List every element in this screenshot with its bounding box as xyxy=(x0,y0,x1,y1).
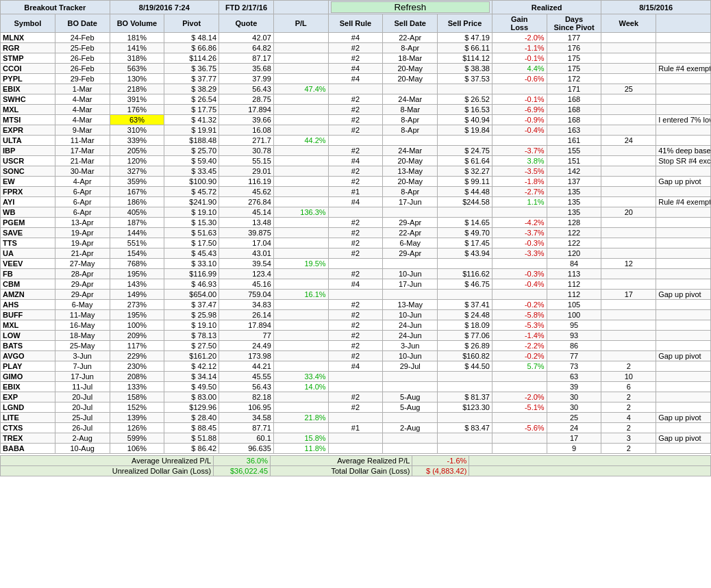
cell-sell-price: $ 83.47 xyxy=(438,423,492,433)
cell-bo-volume: 208% xyxy=(110,372,164,382)
cell-note: Gap up pivot xyxy=(656,433,711,444)
date2: 8/15/2016 xyxy=(601,1,711,14)
cell-days: 63 xyxy=(547,372,601,382)
table-row: IBP17-Mar205%$ 25.7030.78#224-Mar$ 24.75… xyxy=(1,146,711,156)
cell-sell-rule: #2 xyxy=(328,53,383,64)
summary-table: Average Unrealized P/L 36.0% Average Rea… xyxy=(0,455,711,476)
cell-pl xyxy=(273,197,328,207)
cell-quote: 34.83 xyxy=(219,300,274,310)
cell-bo-date: 4-Mar xyxy=(55,94,110,105)
cell-note: Rule #4 exempted until closed below 10-w… xyxy=(656,197,711,207)
table-row: BATS25-May117%$ 27.5024.49#23-Jun$ 26.89… xyxy=(1,341,711,351)
cell-note: 41% deep base xyxy=(656,146,711,156)
cell-symbol: MXL xyxy=(1,105,55,115)
cell-days: 100 xyxy=(547,310,601,320)
cell-quote: 87.71 xyxy=(219,423,274,433)
cell-pl xyxy=(273,74,328,84)
cell-pivot: $ 48.14 xyxy=(164,33,219,43)
cell-pivot: $ 26.54 xyxy=(164,94,219,105)
cell-sell-rule: #2 xyxy=(328,125,383,136)
cell-pl xyxy=(273,228,328,238)
cell-sell-rule xyxy=(328,136,383,146)
cell-sell-rule: #1 xyxy=(328,423,383,433)
cell-sell-rule: #2 xyxy=(328,341,383,351)
cell-bo-date: 24-Feb xyxy=(55,33,110,43)
cell-note xyxy=(656,218,711,228)
cell-quote: 45.55 xyxy=(219,372,274,382)
cell-days: 93 xyxy=(547,331,601,341)
cell-sell-date xyxy=(383,84,438,94)
cell-symbol: AHS xyxy=(1,300,55,310)
cell-days: 137 xyxy=(547,177,601,187)
table-row: USCR21-Mar120%$ 59.4055.15#420-May$ 61.6… xyxy=(1,156,711,166)
cell-sell-price: $ 44.50 xyxy=(438,361,492,372)
cell-pl: 33.4% xyxy=(273,372,328,382)
cell-sell-price: $ 26.52 xyxy=(438,94,492,105)
cell-sell-date: 10-Jun xyxy=(383,351,438,361)
cell-bo-date: 16-May xyxy=(55,320,110,331)
cell-symbol: AYI xyxy=(1,197,55,207)
cell-bo-date: 6-May xyxy=(55,300,110,310)
cell-days: 84 xyxy=(547,259,601,269)
cell-quote: 271.7 xyxy=(219,136,274,146)
cell-pivot: $ 66.86 xyxy=(164,43,219,53)
cell-pl xyxy=(273,187,328,197)
cell-quote: 37.99 xyxy=(219,74,274,84)
refresh-button[interactable]: Refresh xyxy=(331,1,490,13)
cell-sell-price: $ 43.94 xyxy=(438,248,492,259)
cell-bo-date: 4-Mar xyxy=(55,115,110,125)
table-row: MLNX24-Feb181%$ 48.1442.07#422-Apr$ 47.1… xyxy=(1,33,711,43)
table-row: AYI6-Apr186%$241.90276.84#417-Jun$244.58… xyxy=(1,197,711,207)
table-row: BABA10-Aug106%$ 86.4296.63511.8%92 xyxy=(1,444,711,454)
cell-pivot: $241.90 xyxy=(164,197,219,207)
cell-bo-date: 6-Apr xyxy=(55,197,110,207)
cell-bo-volume: 139% xyxy=(110,413,164,423)
cell-sell-rule: #2 xyxy=(328,351,383,361)
cell-gain-loss xyxy=(492,413,547,423)
cell-week xyxy=(601,156,656,166)
cell-days: 168 xyxy=(547,105,601,115)
cell-week xyxy=(601,320,656,331)
cell-week: 25 xyxy=(601,84,656,94)
cell-days: 161 xyxy=(547,136,601,146)
table-row: PLAY7-Jun230%$ 42.1244.21#429-Jul$ 44.50… xyxy=(1,361,711,372)
cell-bo-date: 3-Jun xyxy=(55,351,110,361)
cell-gain-loss: -3.5% xyxy=(492,166,547,177)
cell-symbol: EXPR xyxy=(1,125,55,136)
cell-sell-price: $ 19.84 xyxy=(438,125,492,136)
cell-week: 2 xyxy=(601,402,656,413)
cell-days: 177 xyxy=(547,33,601,43)
cell-gain-loss: 5.7% xyxy=(492,361,547,372)
cell-week xyxy=(601,146,656,156)
cell-pivot: $ 27.50 xyxy=(164,341,219,351)
cell-symbol: USCR xyxy=(1,156,55,166)
cell-sell-date: 20-May xyxy=(383,177,438,187)
cell-gain-loss: -2.0% xyxy=(492,392,547,402)
cell-sell-rule: #2 xyxy=(328,94,383,105)
cell-bo-date: 25-Jul xyxy=(55,413,110,423)
cell-symbol: EW xyxy=(1,177,55,187)
cell-bo-date: 10-Aug xyxy=(55,444,110,454)
cell-sell-rule: #2 xyxy=(328,115,383,125)
cell-sell-price: $ 37.53 xyxy=(438,74,492,84)
unrealized-dollar-value: $36,022.45 xyxy=(214,466,271,476)
cell-bo-volume: 176% xyxy=(110,105,164,115)
cell-quote: 55.15 xyxy=(219,156,274,166)
table-row: FPRX6-Apr167%$ 45.7245.62#18-Apr$ 44.48-… xyxy=(1,187,711,197)
cell-bo-date: 30-Mar xyxy=(55,166,110,177)
cell-pivot: $ 25.98 xyxy=(164,310,219,320)
cell-quote: 43.01 xyxy=(219,248,274,259)
cell-gain-loss: -4.2% xyxy=(492,218,547,228)
cell-days: 30 xyxy=(547,402,601,413)
cell-sell-price xyxy=(438,207,492,218)
cell-gain-loss xyxy=(492,84,547,94)
cell-symbol: CBM xyxy=(1,279,55,290)
cell-sell-price: $ 81.37 xyxy=(438,392,492,402)
avg-realized-label: Average Realized P/L xyxy=(271,456,412,466)
cell-sell-date: 10-Jun xyxy=(383,269,438,279)
cell-pivot: $ 45.43 xyxy=(164,248,219,259)
cell-sell-price: $244.58 xyxy=(438,197,492,207)
cell-bo-date: 2-Aug xyxy=(55,433,110,444)
cell-days: 73 xyxy=(547,361,601,372)
cell-bo-volume: 120% xyxy=(110,156,164,166)
